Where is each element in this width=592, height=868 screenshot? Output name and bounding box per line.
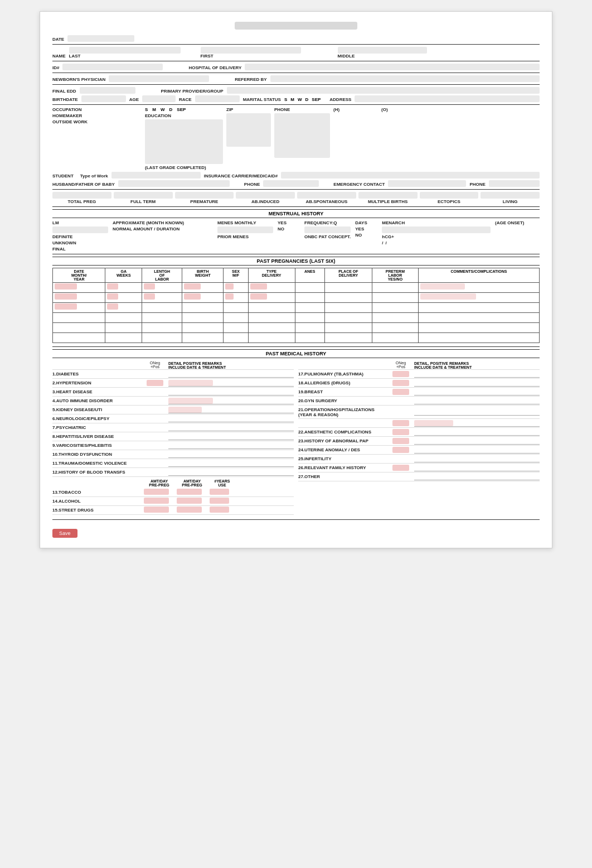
drugs-years[interactable]: [210, 507, 229, 513]
marital-m[interactable]: M: [290, 97, 294, 102]
preg-row-6-length[interactable]: [142, 333, 182, 343]
neurologic-detail[interactable]: [168, 416, 294, 422]
preg-row-2-weight[interactable]: [182, 293, 224, 303]
preg-row-4-comments[interactable]: [418, 313, 539, 323]
anesthetic-detail[interactable]: [414, 429, 540, 436]
preg-row-6-place[interactable]: [324, 333, 372, 343]
preg-row-5-weight[interactable]: [182, 323, 224, 333]
uterine-detail[interactable]: [414, 447, 540, 454]
breast-oneg[interactable]: [392, 389, 409, 395]
hypertension-detail[interactable]: [168, 380, 294, 387]
last-name-value[interactable]: [69, 47, 181, 54]
drugs-amt2[interactable]: [177, 507, 202, 513]
insurance-value[interactable]: [281, 172, 540, 179]
preg-row-4-length[interactable]: [142, 313, 182, 323]
total-preg-value[interactable]: [52, 192, 111, 199]
preg-row-5-sex[interactable]: [224, 323, 248, 333]
infertility-detail[interactable]: [414, 456, 540, 462]
alcohol-amt1[interactable]: [144, 498, 169, 504]
preg-row-2-length[interactable]: [142, 293, 182, 303]
preg-row-4-ga[interactable]: [105, 313, 142, 323]
preg-row-4-preterm[interactable]: [372, 313, 418, 323]
menses-value[interactable]: [217, 226, 273, 233]
preg-row-6-preterm[interactable]: [372, 333, 418, 343]
physician-value[interactable]: [109, 75, 209, 82]
preg-row-4-weight[interactable]: [182, 313, 224, 323]
operation-detail[interactable]: [414, 409, 540, 416]
preg-row-5-anes[interactable]: [295, 323, 324, 333]
tobacco-amt2[interactable]: [177, 489, 202, 495]
alcohol-amt2[interactable]: [177, 498, 202, 504]
allergies-detail[interactable]: [414, 380, 540, 387]
pap-oneg[interactable]: [392, 438, 409, 444]
pap-detail[interactable]: [414, 438, 540, 445]
preg-row-1-preterm[interactable]: [372, 283, 418, 293]
preg-row-4-anes[interactable]: [295, 313, 324, 323]
preg-row-4-place[interactable]: [324, 313, 372, 323]
pulmonary-detail[interactable]: [414, 371, 540, 378]
birthdate-value[interactable]: [81, 95, 126, 102]
phone-emerg-value[interactable]: [489, 180, 540, 187]
tobacco-amt1[interactable]: [144, 489, 169, 495]
preg-row-2-place[interactable]: [324, 293, 372, 303]
type-work-value[interactable]: [111, 172, 201, 179]
date-value[interactable]: [67, 35, 134, 42]
lm-value[interactable]: [52, 226, 108, 233]
auto-immune-detail[interactable]: [168, 398, 294, 404]
education-value[interactable]: [145, 119, 223, 164]
breast-detail[interactable]: [414, 389, 540, 396]
ab-induced-value[interactable]: [236, 192, 295, 199]
preg-row-5-comments[interactable]: [418, 323, 539, 333]
marital-d[interactable]: D: [305, 97, 309, 102]
preg-row-3-length[interactable]: [142, 303, 182, 313]
preg-row-3-weight[interactable]: [182, 303, 224, 313]
preg-row-3-date[interactable]: [53, 303, 105, 313]
save-button[interactable]: Save: [52, 529, 77, 538]
family-oneg[interactable]: [392, 465, 409, 471]
preg-row-1-date[interactable]: [53, 283, 105, 293]
preg-row-1-type[interactable]: [248, 283, 295, 293]
heart-disease-detail[interactable]: [168, 389, 294, 396]
preg-row-6-type[interactable]: [248, 333, 295, 343]
preg-row-5-type[interactable]: [248, 323, 295, 333]
preg-row-5-length[interactable]: [142, 323, 182, 333]
hospital-value[interactable]: [245, 64, 540, 70]
marital-w[interactable]: W: [298, 97, 302, 102]
multiple-births-value[interactable]: [358, 192, 418, 199]
phone-main-value[interactable]: [263, 180, 319, 187]
preg-row-4-type[interactable]: [248, 313, 295, 323]
anesthetic-oneg[interactable]: [392, 429, 409, 435]
drugs-amt1[interactable]: [144, 507, 169, 513]
premature-value[interactable]: [175, 192, 234, 199]
preg-row-6-anes[interactable]: [295, 333, 324, 343]
preg-row-2-date[interactable]: [53, 293, 105, 303]
first-name-value[interactable]: [201, 47, 301, 54]
referred-value[interactable]: [270, 75, 540, 82]
provider-value[interactable]: [227, 87, 540, 94]
preg-row-2-anes[interactable]: [295, 293, 324, 303]
allergies-oneg[interactable]: [392, 380, 409, 386]
hepatitis-detail[interactable]: [168, 433, 294, 440]
preg-row-6-comments[interactable]: [418, 333, 539, 343]
preg-row-3-place[interactable]: [324, 303, 372, 313]
pulmonary-oneg[interactable]: [392, 371, 409, 377]
preg-row-3-sex[interactable]: [224, 303, 248, 313]
freq-value[interactable]: [304, 226, 351, 233]
age-value[interactable]: [142, 95, 176, 102]
preg-row-4-sex[interactable]: [224, 313, 248, 323]
preg-row-2-comments[interactable]: [418, 293, 539, 303]
fullterm-value[interactable]: [114, 192, 173, 199]
preg-row-4-date[interactable]: [53, 313, 105, 323]
preg-row-5-preterm[interactable]: [372, 323, 418, 333]
preg-row-2-preterm[interactable]: [372, 293, 418, 303]
preg-row-2-type[interactable]: [248, 293, 295, 303]
preg-row-3-ga[interactable]: [105, 303, 142, 313]
preg-row-1-weight[interactable]: [182, 283, 224, 293]
husband-value[interactable]: [118, 180, 230, 187]
preg-row-5-ga[interactable]: [105, 323, 142, 333]
preg-row-1-length[interactable]: [142, 283, 182, 293]
preg-row-2-ga[interactable]: [105, 293, 142, 303]
preg-row-6-weight[interactable]: [182, 333, 224, 343]
ab-spontaneous-value[interactable]: [297, 192, 356, 199]
race-value[interactable]: [195, 95, 240, 102]
